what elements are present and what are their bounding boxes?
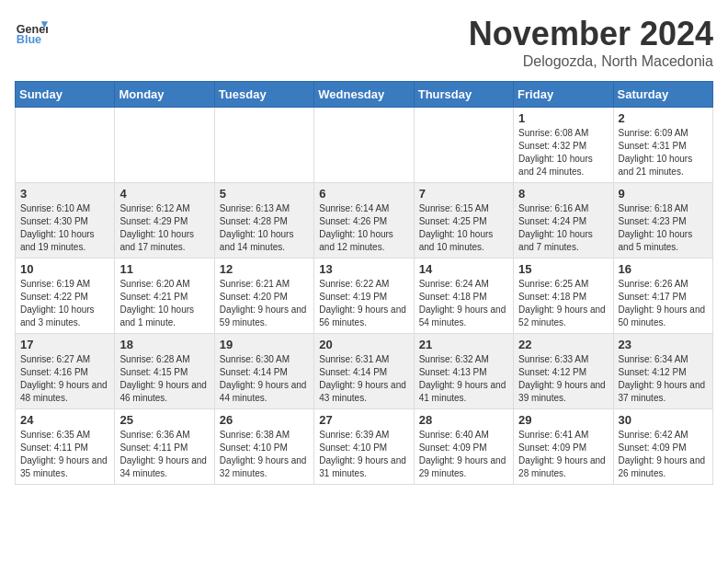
calendar-cell: 6Sunrise: 6:14 AM Sunset: 4:26 PM Daylig… [314, 183, 414, 259]
day-info: Sunrise: 6:15 AM Sunset: 4:25 PM Dayligh… [419, 202, 508, 254]
calendar-cell: 18Sunrise: 6:28 AM Sunset: 4:15 PM Dayli… [115, 334, 214, 409]
day-number: 21 [419, 338, 508, 351]
weekday-header-sunday: Sunday [16, 82, 115, 108]
day-info: Sunrise: 6:35 AM Sunset: 4:11 PM Dayligh… [20, 429, 109, 480]
day-number: 11 [119, 262, 209, 276]
calendar-cell: 5Sunrise: 6:13 AM Sunset: 4:28 PM Daylig… [214, 183, 313, 259]
calendar-cell: 13Sunrise: 6:22 AM Sunset: 4:19 PM Dayli… [314, 259, 414, 334]
day-number: 16 [619, 262, 708, 276]
calendar-cell: 30Sunrise: 6:42 AM Sunset: 4:09 PM Dayli… [613, 409, 712, 485]
calendar-cell: 28Sunrise: 6:40 AM Sunset: 4:09 PM Dayli… [414, 409, 513, 485]
day-info: Sunrise: 6:27 AM Sunset: 4:16 PM Dayligh… [20, 353, 109, 405]
calendar-week-row: 24Sunrise: 6:35 AM Sunset: 4:11 PM Dayli… [16, 409, 713, 485]
calendar-cell: 24Sunrise: 6:35 AM Sunset: 4:11 PM Dayli… [16, 409, 115, 485]
day-info: Sunrise: 6:28 AM Sunset: 4:15 PM Dayligh… [119, 353, 209, 405]
day-info: Sunrise: 6:40 AM Sunset: 4:09 PM Dayligh… [419, 429, 508, 480]
calendar-week-row: 10Sunrise: 6:19 AM Sunset: 4:22 PM Dayli… [16, 259, 713, 334]
calendar-cell: 26Sunrise: 6:38 AM Sunset: 4:10 PM Dayli… [214, 409, 313, 485]
day-info: Sunrise: 6:18 AM Sunset: 4:23 PM Dayligh… [619, 202, 708, 254]
calendar-cell: 4Sunrise: 6:12 AM Sunset: 4:29 PM Daylig… [115, 183, 214, 259]
day-info: Sunrise: 6:16 AM Sunset: 4:24 PM Dayligh… [518, 202, 608, 254]
day-info: Sunrise: 6:39 AM Sunset: 4:10 PM Dayligh… [319, 429, 408, 480]
calendar-cell: 20Sunrise: 6:31 AM Sunset: 4:14 PM Dayli… [314, 334, 414, 409]
day-number: 12 [220, 262, 309, 276]
weekday-header-saturday: Saturday [613, 82, 712, 108]
calendar-cell: 19Sunrise: 6:30 AM Sunset: 4:14 PM Dayli… [214, 334, 313, 409]
day-number: 5 [220, 187, 309, 201]
day-number: 26 [220, 413, 309, 427]
title-section: November 2024 Delogozda, North Macedonia [469, 15, 713, 70]
calendar-cell: 9Sunrise: 6:18 AM Sunset: 4:23 PM Daylig… [613, 183, 712, 259]
calendar-cell: 1Sunrise: 6:08 AM Sunset: 4:32 PM Daylig… [514, 108, 613, 183]
calendar-cell: 8Sunrise: 6:16 AM Sunset: 4:24 PM Daylig… [514, 183, 613, 259]
calendar-cell [115, 108, 214, 183]
day-info: Sunrise: 6:22 AM Sunset: 4:19 PM Dayligh… [319, 278, 408, 329]
day-number: 27 [319, 413, 408, 427]
day-info: Sunrise: 6:09 AM Sunset: 4:31 PM Dayligh… [619, 127, 708, 178]
calendar-cell: 23Sunrise: 6:34 AM Sunset: 4:12 PM Dayli… [613, 334, 712, 409]
day-info: Sunrise: 6:36 AM Sunset: 4:11 PM Dayligh… [119, 429, 209, 480]
calendar-cell: 14Sunrise: 6:24 AM Sunset: 4:18 PM Dayli… [414, 259, 513, 334]
day-number: 19 [220, 338, 309, 351]
day-number: 18 [119, 338, 209, 351]
weekday-header-monday: Monday [115, 82, 214, 108]
day-info: Sunrise: 6:14 AM Sunset: 4:26 PM Dayligh… [319, 202, 408, 254]
day-info: Sunrise: 6:42 AM Sunset: 4:09 PM Dayligh… [619, 429, 708, 480]
calendar-cell: 17Sunrise: 6:27 AM Sunset: 4:16 PM Dayli… [16, 334, 115, 409]
day-number: 25 [119, 413, 209, 427]
day-info: Sunrise: 6:21 AM Sunset: 4:20 PM Dayligh… [220, 278, 309, 329]
calendar-cell: 2Sunrise: 6:09 AM Sunset: 4:31 PM Daylig… [613, 108, 712, 183]
month-title: November 2024 [469, 15, 713, 53]
day-info: Sunrise: 6:24 AM Sunset: 4:18 PM Dayligh… [419, 278, 508, 329]
calendar-cell: 3Sunrise: 6:10 AM Sunset: 4:30 PM Daylig… [16, 183, 115, 259]
weekday-header-row: SundayMondayTuesdayWednesdayThursdayFrid… [16, 82, 713, 108]
weekday-header-wednesday: Wednesday [314, 82, 414, 108]
day-info: Sunrise: 6:12 AM Sunset: 4:29 PM Dayligh… [119, 202, 209, 254]
day-info: Sunrise: 6:33 AM Sunset: 4:12 PM Dayligh… [518, 353, 608, 405]
calendar-cell: 11Sunrise: 6:20 AM Sunset: 4:21 PM Dayli… [115, 259, 214, 334]
calendar-cell [414, 108, 513, 183]
day-number: 29 [518, 413, 608, 427]
calendar-cell [314, 108, 414, 183]
calendar-cell: 27Sunrise: 6:39 AM Sunset: 4:10 PM Dayli… [314, 409, 414, 485]
calendar-cell [16, 108, 115, 183]
calendar-week-row: 3Sunrise: 6:10 AM Sunset: 4:30 PM Daylig… [16, 183, 713, 259]
day-info: Sunrise: 6:38 AM Sunset: 4:10 PM Dayligh… [220, 429, 309, 480]
calendar-cell: 7Sunrise: 6:15 AM Sunset: 4:25 PM Daylig… [414, 183, 513, 259]
day-info: Sunrise: 6:20 AM Sunset: 4:21 PM Dayligh… [119, 278, 209, 329]
calendar-cell: 15Sunrise: 6:25 AM Sunset: 4:18 PM Dayli… [514, 259, 613, 334]
calendar-cell [214, 108, 313, 183]
day-number: 9 [619, 187, 708, 201]
day-number: 24 [20, 413, 109, 427]
calendar-table: SundayMondayTuesdayWednesdayThursdayFrid… [15, 81, 713, 485]
day-info: Sunrise: 6:41 AM Sunset: 4:09 PM Dayligh… [518, 429, 608, 480]
day-info: Sunrise: 6:25 AM Sunset: 4:18 PM Dayligh… [518, 278, 608, 329]
day-info: Sunrise: 6:31 AM Sunset: 4:14 PM Dayligh… [319, 353, 408, 405]
day-info: Sunrise: 6:10 AM Sunset: 4:30 PM Dayligh… [20, 202, 109, 254]
calendar-cell: 10Sunrise: 6:19 AM Sunset: 4:22 PM Dayli… [16, 259, 115, 334]
page-header: General Blue November 2024 Delogozda, No… [15, 15, 713, 70]
calendar-cell: 12Sunrise: 6:21 AM Sunset: 4:20 PM Dayli… [214, 259, 313, 334]
day-number: 23 [619, 338, 708, 351]
weekday-header-thursday: Thursday [414, 82, 513, 108]
day-info: Sunrise: 6:13 AM Sunset: 4:28 PM Dayligh… [220, 202, 309, 254]
calendar-cell: 29Sunrise: 6:41 AM Sunset: 4:09 PM Dayli… [514, 409, 613, 485]
day-number: 8 [518, 187, 608, 201]
day-number: 30 [619, 413, 708, 427]
calendar-week-row: 17Sunrise: 6:27 AM Sunset: 4:16 PM Dayli… [16, 334, 713, 409]
day-number: 7 [419, 187, 508, 201]
day-number: 4 [119, 187, 209, 201]
calendar-cell: 25Sunrise: 6:36 AM Sunset: 4:11 PM Dayli… [115, 409, 214, 485]
day-number: 20 [319, 338, 408, 351]
weekday-header-friday: Friday [514, 82, 613, 108]
weekday-header-tuesday: Tuesday [214, 82, 313, 108]
day-info: Sunrise: 6:26 AM Sunset: 4:17 PM Dayligh… [619, 278, 708, 329]
calendar-week-row: 1Sunrise: 6:08 AM Sunset: 4:32 PM Daylig… [16, 108, 713, 183]
day-info: Sunrise: 6:34 AM Sunset: 4:12 PM Dayligh… [619, 353, 708, 405]
day-number: 13 [319, 262, 408, 276]
day-number: 3 [20, 187, 109, 201]
calendar-cell: 22Sunrise: 6:33 AM Sunset: 4:12 PM Dayli… [514, 334, 613, 409]
day-number: 15 [518, 262, 608, 276]
day-number: 6 [319, 187, 408, 201]
day-number: 10 [20, 262, 109, 276]
